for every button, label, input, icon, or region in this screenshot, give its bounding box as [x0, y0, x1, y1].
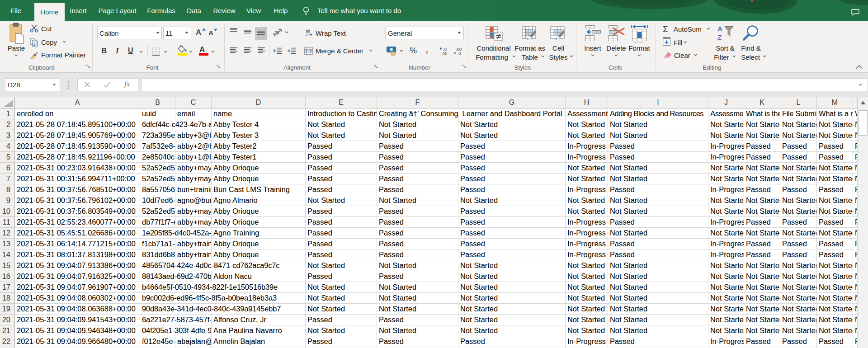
svg-text:.00: .00	[441, 51, 447, 56]
svg-text:c: c	[306, 33, 308, 37]
svg-text:.0: .0	[458, 51, 461, 56]
svg-text:A: A	[717, 25, 722, 33]
svg-text:Z: Z	[717, 33, 722, 40]
